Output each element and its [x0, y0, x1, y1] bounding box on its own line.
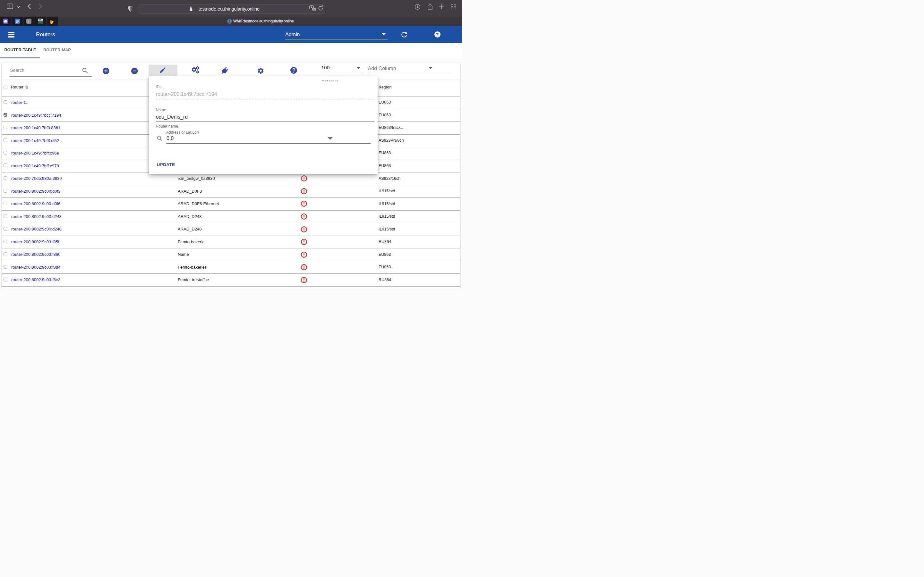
svg-text:文: 文: [313, 8, 315, 11]
svg-text:A: A: [310, 6, 312, 9]
